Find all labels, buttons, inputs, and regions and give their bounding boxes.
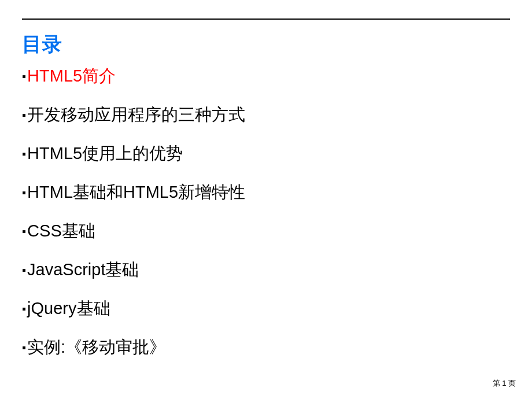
toc-item-label: CSS基础 [27,219,95,243]
toc-item: ▪HTML5使用上的优势 [22,141,510,165]
top-divider [22,19,510,20]
toc-item: ▪HTML基础和HTML5新增特性 [22,180,510,204]
toc-item-label: jQuery基础 [27,296,110,320]
toc-item: ▪CSS基础 [22,219,510,243]
bullet-icon: ▪ [22,264,26,276]
bullet-icon: ▪ [22,342,26,353]
toc-item: ▪开发移动应用程序的三种方式 [22,102,510,127]
toc-item-label: HTML基础和HTML5新增特性 [27,180,245,204]
bullet-icon: ▪ [22,148,26,160]
bullet-icon: ▪ [22,109,26,121]
bullet-icon: ▪ [22,187,26,198]
page-footer: 第 1 页 [493,378,516,389]
toc-item: ▪jQuery基础 [22,296,510,320]
slide-container: 目录 ▪HTML5简介▪开发移动应用程序的三种方式▪HTML5使用上的优势▪HT… [0,0,532,399]
page-title: 目录 [22,31,510,58]
bullet-icon: ▪ [22,71,26,82]
bullet-icon: ▪ [22,303,26,315]
toc-item-label: JavaScript基础 [27,257,139,282]
toc-item: ▪实例:《移动审批》 [22,335,510,359]
toc-item: ▪JavaScript基础 [22,257,510,282]
toc-item-label: 实例:《移动审批》 [27,335,166,359]
toc-item-label: HTML5使用上的优势 [27,141,183,165]
toc-item-label: 开发移动应用程序的三种方式 [27,102,245,127]
toc-item-label: HTML5简介 [27,64,116,88]
toc-item: ▪HTML5简介 [22,64,510,88]
bullet-icon: ▪ [22,226,26,237]
toc-list: ▪HTML5简介▪开发移动应用程序的三种方式▪HTML5使用上的优势▪HTML基… [22,64,510,359]
